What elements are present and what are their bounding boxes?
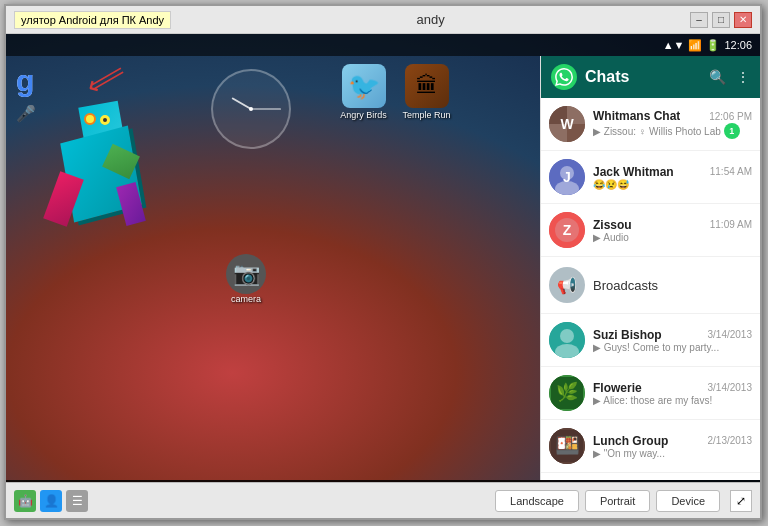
chat-list: W Whitmans Chat 12:06 PM ▶ Zissou: ♀ Wil…: [541, 98, 760, 480]
search-icon[interactable]: 🔍: [709, 69, 726, 85]
chat-preview-whitmans: ▶ Zissou: ♀ Willis Photo Lab 1: [593, 123, 752, 139]
chat-info-zissou: Zissou 11:09 AM ▶ Audio: [593, 218, 752, 243]
window-title: andy: [416, 12, 444, 27]
chat-time-lunch: 2/13/2013: [708, 435, 753, 446]
window-frame: улятор Android для ПК Andy andy – □ ✕ ▲▼…: [4, 4, 762, 520]
main-area: ▲▼ 📶 🔋 12:06 ⟸ g 🎤: [6, 34, 760, 518]
maximize-button[interactable]: □: [712, 12, 730, 28]
angry-birds-icon: 🐦: [342, 64, 386, 108]
status-time: 12:06: [724, 39, 752, 51]
chat-name-lunch: Lunch Group: [593, 434, 668, 448]
svg-text:🌿: 🌿: [556, 381, 579, 403]
portrait-button[interactable]: Portrait: [585, 490, 650, 512]
google-icon: g: [16, 64, 36, 98]
emulator-toolbar: 🤖 👤 ☰ Landscape Portrait Device ⤢: [6, 482, 760, 518]
minimize-button[interactable]: –: [690, 12, 708, 28]
chat-avatar-lunch: 🍱: [549, 428, 585, 464]
chat-info-suzi: Suzi Bishop 3/14/2013 ▶ Guys! Come to my…: [593, 328, 752, 353]
toolbar-icon-menu[interactable]: ☰: [66, 490, 88, 512]
robot-limb-right: [116, 182, 146, 226]
toolbar-icon-user[interactable]: 👤: [40, 490, 62, 512]
chat-item-flowerie[interactable]: 🌿 Flowerie 3/14/2013 ▶ Alice: those are …: [541, 367, 760, 420]
temple-run-label: Temple Run: [402, 110, 450, 120]
chat-name-row-flowerie: Flowerie 3/14/2013: [593, 381, 752, 395]
chat-item-whitmans[interactable]: W Whitmans Chat 12:06 PM ▶ Zissou: ♀ Wil…: [541, 98, 760, 151]
chat-item-jack[interactable]: J Jack Whitman 11:54 AM 😂😢😅: [541, 151, 760, 204]
chat-preview-jack: 😂😢😅: [593, 179, 752, 190]
top-left-icons: g 🎤: [16, 64, 36, 123]
svg-text:Z: Z: [563, 222, 572, 238]
chat-preview-zissou: ▶ Audio: [593, 232, 752, 243]
svg-point-12: [560, 329, 574, 343]
status-battery: 🔋: [706, 39, 720, 52]
avatar-photo-flowerie: 🌿: [549, 375, 585, 411]
clock-minute-hand: [251, 109, 281, 110]
chat-avatar-flowerie: 🌿: [549, 375, 585, 411]
avatar-photo-lunch: 🍱: [549, 428, 585, 464]
close-button[interactable]: ✕: [734, 12, 752, 28]
chat-name-row-suzi: Suzi Bishop 3/14/2013: [593, 328, 752, 342]
robot-eye: [84, 113, 96, 125]
chat-time-suzi: 3/14/2013: [708, 329, 753, 340]
resize-button[interactable]: ⤢: [730, 490, 752, 512]
landscape-button[interactable]: Landscape: [495, 490, 579, 512]
chat-time-jack: 11:54 AM: [710, 166, 752, 177]
chat-avatar-suzi: [549, 322, 585, 358]
whatsapp-panel: Chats 🔍 ⋮: [540, 56, 760, 480]
temple-run-icon: 🏛: [405, 64, 449, 108]
device-button[interactable]: Device: [656, 490, 720, 512]
avatar-photo-zissou: Z: [549, 212, 585, 248]
app-icon-temple-run[interactable]: 🏛 Temple Run: [399, 64, 454, 120]
whatsapp-logo-icon: [555, 68, 573, 86]
camera-label: camera: [226, 294, 266, 304]
title-controls: – □ ✕: [690, 12, 752, 28]
whatsapp-header: Chats 🔍 ⋮: [541, 56, 760, 98]
app-icon-angry-birds[interactable]: 🐦 Angry Birds: [336, 64, 391, 120]
status-wifi: 📶: [688, 39, 702, 52]
chat-name-flowerie: Flowerie: [593, 381, 642, 395]
mic-icon: 🎤: [16, 104, 36, 123]
chat-info-jack: Jack Whitman 11:54 AM 😂😢😅: [593, 165, 752, 190]
camera-app[interactable]: 📷 camera: [226, 254, 266, 304]
svg-text:W: W: [560, 116, 574, 132]
chat-info-whitmans: Whitmans Chat 12:06 PM ▶ Zissou: ♀ Willi…: [593, 109, 752, 139]
camera-icon: 📷: [226, 254, 266, 294]
avatar-photo-jack: J: [549, 159, 585, 195]
chat-name-row-zissou: Zissou 11:09 AM: [593, 218, 752, 232]
chat-info-lunch: Lunch Group 2/13/2013 ▶ "On my way...: [593, 434, 752, 459]
chat-info-flowerie: Flowerie 3/14/2013 ▶ Alice: those are my…: [593, 381, 752, 406]
chat-avatar-zissou: Z: [549, 212, 585, 248]
chat-name-zissou: Zissou: [593, 218, 632, 232]
chat-item-suzi[interactable]: Suzi Bishop 3/14/2013 ▶ Guys! Come to my…: [541, 314, 760, 367]
svg-text:🍱: 🍱: [555, 433, 580, 457]
top-apps-row: 🐦 Angry Birds 🏛 Temple Run: [336, 64, 454, 120]
clock-widget: [206, 69, 296, 159]
unread-badge-whitmans: 1: [724, 123, 740, 139]
chat-avatar-whitmans: W: [549, 106, 585, 142]
chat-name-row-jack: Jack Whitman 11:54 AM: [593, 165, 752, 179]
chat-time-flowerie: 3/14/2013: [708, 382, 753, 393]
broadcast-icon: 📢: [549, 267, 585, 303]
android-robot: [46, 94, 166, 274]
chat-item-lunch[interactable]: 🍱 Lunch Group 2/13/2013 ▶ "On my way...: [541, 420, 760, 473]
chat-name-row-lunch: Lunch Group 2/13/2013: [593, 434, 752, 448]
chat-name-whitmans: Whitmans Chat: [593, 109, 680, 123]
avatar-photo-whitmans: W: [549, 106, 585, 142]
broadcast-label: Broadcasts: [593, 278, 658, 293]
toolbar-icon-android[interactable]: 🤖: [14, 490, 36, 512]
chat-name-jack: Jack Whitman: [593, 165, 674, 179]
chat-preview-flowerie: ▶ Alice: those are my favs!: [593, 395, 752, 406]
robot-eye-pupil: [100, 115, 110, 125]
whatsapp-title: Chats: [585, 68, 701, 86]
chat-time-zissou: 11:09 AM: [710, 219, 752, 230]
whatsapp-header-icons: 🔍 ⋮: [709, 69, 750, 85]
chat-item-zissou[interactable]: Z Zissou 11:09 AM ▶ Audio: [541, 204, 760, 257]
android-status-bar: ▲▼ 📶 🔋 12:06: [6, 34, 760, 56]
menu-icon[interactable]: ⋮: [736, 69, 750, 85]
chat-time-whitmans: 12:06 PM: [709, 111, 752, 122]
window-tooltip: улятор Android для ПК Andy: [14, 11, 171, 29]
chat-item-broadcasts[interactable]: 📢 Broadcasts: [541, 257, 760, 314]
title-bar-left: улятор Android для ПК Andy: [14, 11, 171, 29]
title-bar: улятор Android для ПК Andy andy – □ ✕: [6, 6, 760, 34]
status-signal: ▲▼: [663, 39, 685, 51]
